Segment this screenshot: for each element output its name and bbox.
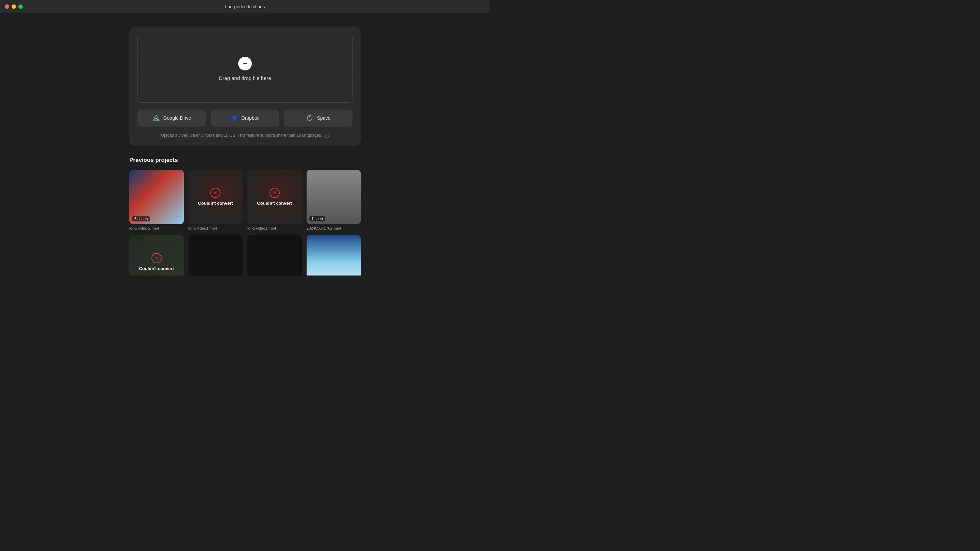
project-item[interactable]: [307, 235, 361, 276]
google-drive-icon: [153, 114, 160, 122]
close-button[interactable]: [5, 5, 9, 9]
upload-info: Upload a video under 3 hours and 10 GB. …: [137, 133, 353, 138]
project-item[interactable]: 5 shortslong video 2.mp4: [129, 170, 184, 230]
dropbox-label: Dropbox: [242, 115, 259, 121]
project-name: long video 2.mp4: [129, 226, 184, 230]
space-button[interactable]: Space: [284, 110, 353, 127]
project-thumbnail: Couldn't convert: [247, 170, 302, 224]
project-name: long video1.mp4: [189, 226, 243, 230]
error-icon: [269, 188, 280, 198]
project-thumbnail: 1 short: [307, 170, 361, 224]
source-buttons: Google Drive Dropbox: [137, 110, 353, 127]
dropbox-icon: [231, 114, 238, 122]
project-thumbnail: [307, 235, 361, 276]
project-thumbnail: Couldn't convert: [189, 170, 243, 224]
maximize-button[interactable]: [18, 5, 23, 9]
error-overlay: Couldn't convert: [247, 170, 302, 224]
projects-grid: 5 shortslong video 2.mp4Couldn't convert…: [129, 170, 361, 275]
add-file-icon: +: [238, 57, 252, 70]
shorts-badge: 5 shorts: [132, 216, 150, 221]
project-thumbnail: [247, 235, 302, 276]
minimize-button[interactable]: [11, 5, 16, 9]
titlebar: Long video to shorts: [0, 0, 490, 13]
drop-zone[interactable]: + Drag and drop file here: [137, 35, 353, 103]
help-icon[interactable]: ?: [324, 133, 329, 138]
error-text: Couldn't convert: [198, 201, 233, 206]
dropbox-button[interactable]: Dropbox: [211, 110, 279, 127]
google-drive-label: Google Drive: [163, 115, 191, 121]
project-name: 202405071702.mp4: [307, 226, 361, 230]
previous-projects-section: Previous projects 5 shortslong video 2.m…: [129, 157, 361, 275]
project-thumbnail: Couldn't convert: [129, 235, 184, 276]
upload-info-text: Upload a video under 3 hours and 10 GB. …: [161, 133, 322, 138]
error-text: Couldn't convert: [139, 266, 174, 271]
project-item[interactable]: Couldn't convertlong video1.mp4: [247, 170, 302, 230]
svg-marker-5: [232, 117, 237, 119]
google-drive-button[interactable]: Google Drive: [137, 110, 206, 127]
main-content: + Drag and drop file here Google Drive: [0, 13, 490, 275]
previous-projects-title: Previous projects: [129, 157, 361, 164]
space-icon: [306, 114, 313, 122]
error-text: Couldn't convert: [257, 201, 292, 206]
upload-card: + Drag and drop file here Google Drive: [129, 27, 361, 146]
project-item[interactable]: 1 short202405071702.mp4: [307, 170, 361, 230]
error-icon: [210, 188, 221, 198]
error-overlay: Couldn't convert: [189, 170, 243, 224]
project-item[interactable]: [247, 235, 302, 276]
project-thumbnail: 5 shorts: [129, 170, 184, 224]
project-thumbnail: [189, 235, 243, 276]
project-item[interactable]: Couldn't convertlong video1.mp4: [189, 170, 243, 230]
error-icon: [151, 253, 162, 263]
traffic-lights: [5, 5, 23, 9]
project-name: long video1.mp4: [247, 226, 302, 230]
space-label: Space: [317, 115, 331, 121]
drop-label: Drag and drop file here: [219, 75, 271, 81]
window-title: Long video to shorts: [225, 4, 265, 9]
error-overlay: Couldn't convert: [129, 235, 184, 276]
project-item[interactable]: [189, 235, 243, 276]
project-item[interactable]: Couldn't convert: [129, 235, 184, 276]
shorts-badge: 1 short: [309, 216, 326, 221]
